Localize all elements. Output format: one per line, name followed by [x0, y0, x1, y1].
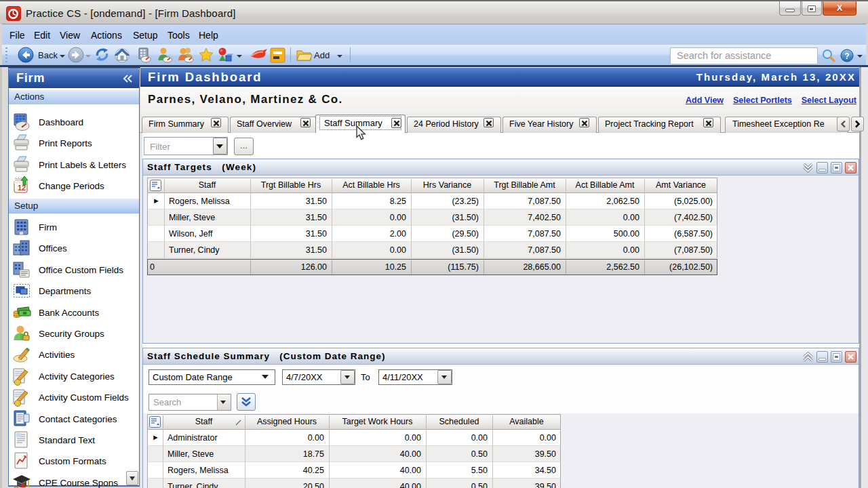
svg-text:?: ?: [844, 52, 849, 61]
